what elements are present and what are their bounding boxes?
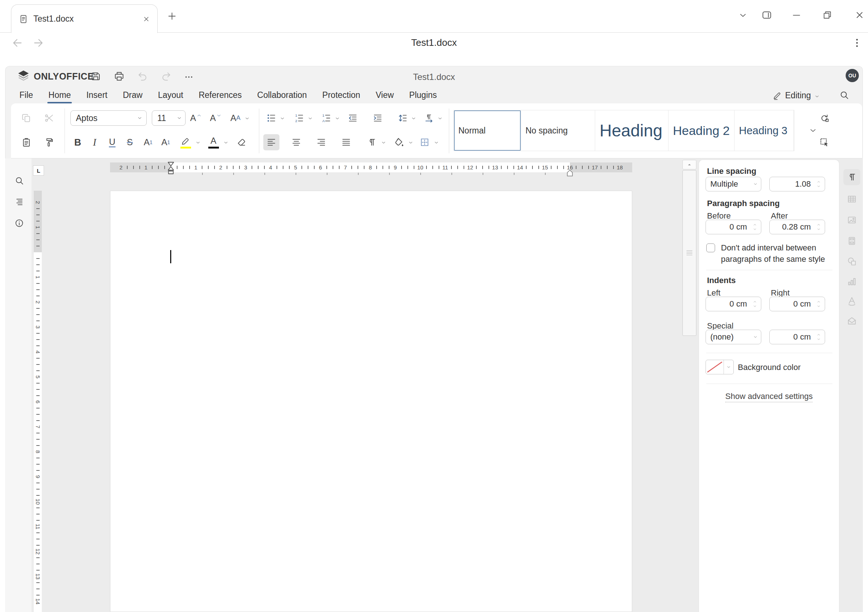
- chevron-down-icon[interactable]: [381, 140, 386, 146]
- multilevel-list-button[interactable]: 1A: [318, 110, 335, 126]
- paragraph-direction-button[interactable]: [421, 110, 437, 126]
- chevron-down-icon[interactable]: [437, 116, 443, 121]
- chevron-down-icon[interactable]: [137, 115, 143, 121]
- window-close-icon[interactable]: [854, 10, 865, 20]
- subscript-button[interactable]: A1: [158, 134, 174, 150]
- line-spacing-type-select[interactable]: Multiple: [705, 177, 761, 191]
- clear-style-button[interactable]: [233, 134, 250, 150]
- change-style-button[interactable]: [816, 110, 832, 126]
- justify-button[interactable]: [338, 134, 354, 150]
- style-heading-2[interactable]: Heading 2: [668, 110, 735, 151]
- vertical-ruler[interactable]: 211234567891011121314: [34, 191, 42, 612]
- bold-button[interactable]: B: [70, 134, 86, 150]
- menu-tab-draw[interactable]: Draw: [115, 88, 150, 104]
- show-advanced-settings-link[interactable]: Show advanced settings: [699, 392, 839, 402]
- indent-right-spinner[interactable]: 0 cm: [769, 297, 825, 311]
- increase-font-size-button[interactable]: A: [188, 110, 204, 126]
- increase-indent-button[interactable]: [370, 110, 386, 126]
- menu-tab-plugins[interactable]: Plugins: [401, 88, 445, 104]
- background-color-swatch[interactable]: [706, 360, 724, 374]
- spin-down-icon[interactable]: [816, 337, 821, 341]
- side-panel-icon[interactable]: [761, 9, 772, 20]
- decrease-indent-button[interactable]: [345, 110, 361, 126]
- bullets-button[interactable]: [263, 110, 279, 126]
- line-spacing-button[interactable]: [395, 110, 411, 126]
- nonprinting-chars-button[interactable]: [364, 134, 380, 150]
- menu-kebab-icon[interactable]: [851, 37, 862, 48]
- spin-down-icon[interactable]: [752, 304, 757, 308]
- paste-button[interactable]: [19, 134, 34, 150]
- styles-gallery-more-icon[interactable]: [808, 126, 818, 135]
- menu-tab-view[interactable]: View: [368, 88, 401, 104]
- background-color-chevron[interactable]: [724, 360, 733, 374]
- special-amount-spinner[interactable]: 0 cm: [769, 330, 825, 344]
- document-page[interactable]: [110, 191, 632, 612]
- decrease-font-size-button[interactable]: A: [208, 110, 224, 126]
- indent-markers[interactable]: [167, 162, 175, 179]
- menu-tab-collaboration[interactable]: Collaboration: [250, 88, 315, 104]
- chart-settings-icon[interactable]: [847, 276, 857, 287]
- chevron-down-icon[interactable]: [223, 140, 229, 146]
- sidebar-about-icon[interactable]: [14, 218, 24, 228]
- indent-left-spinner[interactable]: 0 cm: [705, 297, 761, 311]
- align-right-button[interactable]: [313, 134, 329, 150]
- spin-up-icon[interactable]: [816, 300, 821, 304]
- menu-tab-layout[interactable]: Layout: [150, 88, 191, 104]
- cut-button[interactable]: [41, 110, 57, 126]
- spin-down-icon[interactable]: [816, 227, 821, 231]
- minimize-icon[interactable]: [791, 10, 801, 20]
- chevron-down-icon[interactable]: [195, 140, 201, 146]
- style-heading-1[interactable]: Heading 1: [595, 110, 668, 151]
- spin-up-icon[interactable]: [816, 333, 821, 336]
- table-settings-icon[interactable]: [847, 194, 857, 204]
- right-margin-marker[interactable]: [567, 169, 573, 177]
- new-tab-button[interactable]: [167, 11, 177, 21]
- shading-button[interactable]: [391, 134, 407, 150]
- window-menu-chevron-icon[interactable]: [738, 10, 748, 20]
- style-no-spacing[interactable]: No spacing: [521, 110, 595, 151]
- font-name-combo[interactable]: Aptos: [70, 110, 147, 126]
- paragraph-settings-tab[interactable]: [843, 169, 860, 185]
- select-all-button[interactable]: [816, 134, 832, 150]
- scrollbar-thumb[interactable]: [682, 170, 696, 336]
- chevron-down-icon[interactable]: [177, 115, 182, 121]
- chevron-down-icon[interactable]: [244, 116, 250, 121]
- mode-switcher[interactable]: Editing: [772, 91, 820, 101]
- text-art-settings-icon[interactable]: [847, 296, 857, 306]
- user-avatar[interactable]: OU: [846, 69, 859, 82]
- spacing-before-spinner[interactable]: 0 cm: [705, 220, 761, 234]
- menu-tab-home[interactable]: Home: [41, 88, 79, 104]
- style-normal[interactable]: Normal: [454, 110, 521, 151]
- mail-merge-icon[interactable]: [847, 316, 857, 326]
- spin-down-icon[interactable]: [816, 184, 821, 188]
- spin-down-icon[interactable]: [816, 304, 821, 308]
- line-spacing-amount-spinner[interactable]: 1.08: [769, 177, 825, 191]
- spin-up-icon[interactable]: [816, 180, 821, 184]
- tab-stop-selector[interactable]: L: [33, 165, 44, 176]
- document-tab[interactable]: Test1.docx: [11, 5, 158, 33]
- chevron-down-icon[interactable]: [279, 116, 285, 121]
- spin-up-icon[interactable]: [752, 300, 757, 304]
- style-heading-3[interactable]: Heading 3: [735, 110, 794, 151]
- align-left-button[interactable]: [263, 134, 279, 150]
- chevron-down-icon[interactable]: [434, 140, 439, 146]
- no-interval-checkbox[interactable]: [706, 243, 715, 252]
- background-color-button[interactable]: [705, 360, 734, 374]
- highlight-color-button[interactable]: [177, 134, 194, 150]
- sidebar-headings-icon[interactable]: [14, 197, 24, 207]
- menu-tab-references[interactable]: References: [191, 88, 250, 104]
- shape-settings-icon[interactable]: [847, 256, 857, 266]
- change-case-button[interactable]: A A: [227, 110, 243, 126]
- spin-down-icon[interactable]: [752, 227, 757, 231]
- font-size-combo[interactable]: 11: [152, 110, 186, 126]
- menu-tab-insert[interactable]: Insert: [79, 88, 115, 104]
- font-color-button[interactable]: A: [205, 134, 222, 150]
- restore-icon[interactable]: [822, 10, 832, 20]
- menu-tab-file[interactable]: File: [12, 88, 41, 104]
- special-select[interactable]: (none): [705, 330, 761, 344]
- tab-close-icon[interactable]: [143, 15, 150, 23]
- chevron-down-icon[interactable]: [335, 116, 340, 121]
- spin-up-icon[interactable]: [752, 223, 757, 226]
- superscript-button[interactable]: A1: [140, 134, 156, 150]
- underline-button[interactable]: U: [104, 134, 120, 150]
